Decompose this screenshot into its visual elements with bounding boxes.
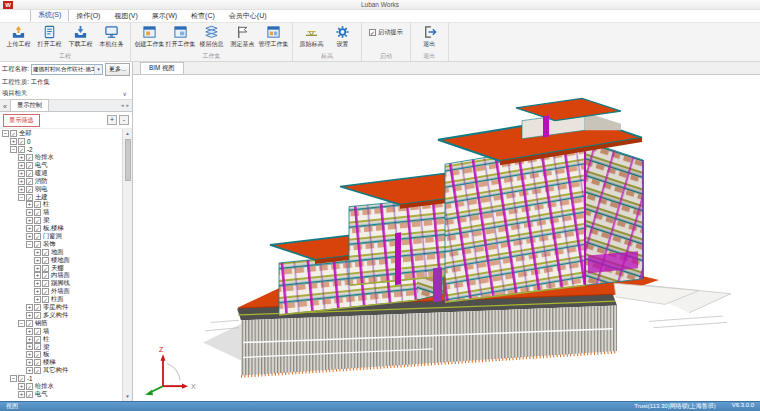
tree-item[interactable]: +✓消防 xyxy=(0,177,122,185)
menu-system[interactable]: 系统(S) xyxy=(30,8,69,22)
tree-item[interactable]: +✓门窗洞 xyxy=(0,233,122,241)
tree-checkbox[interactable]: ✓ xyxy=(26,186,33,193)
project-related-header[interactable]: 项目相关 ∨ xyxy=(0,88,132,99)
tree-item[interactable]: +✓墙 xyxy=(0,327,122,335)
expand-icon[interactable]: + xyxy=(34,257,41,264)
tree-checkbox[interactable]: ✓ xyxy=(42,257,49,264)
collapse-icon[interactable]: − xyxy=(18,194,25,201)
tree-item[interactable]: +✓多义构件 xyxy=(0,311,122,319)
tree-checkbox[interactable]: ✓ xyxy=(34,233,41,240)
expand-icon[interactable]: + xyxy=(34,288,41,295)
display-filter-button[interactable]: 显示筛选 xyxy=(3,114,40,127)
more-button[interactable]: 更多... xyxy=(105,63,130,76)
expand-icon[interactable]: + xyxy=(26,351,33,358)
tree-item[interactable]: +✓给排水 xyxy=(0,383,122,391)
tab-scroll-left-button[interactable]: ◄ xyxy=(120,103,124,109)
tree-checkbox[interactable]: ✓ xyxy=(34,351,41,358)
tab-bim-view[interactable]: BIM 视图 xyxy=(140,62,184,74)
expand-icon[interactable]: + xyxy=(18,178,25,185)
expand-icon[interactable]: + xyxy=(34,265,41,272)
tree-checkbox[interactable]: ✓ xyxy=(34,367,41,374)
menu-view[interactable]: 视图(V) xyxy=(107,10,144,22)
settings-button[interactable]: 设置 xyxy=(327,24,358,49)
tree-checkbox[interactable]: ✓ xyxy=(34,241,41,248)
menu-operation[interactable]: 操作(O) xyxy=(69,10,107,22)
collapse-icon[interactable]: − xyxy=(18,320,25,327)
exit-button[interactable]: 退出 xyxy=(414,24,445,49)
tree-checkbox[interactable]: ✓ xyxy=(34,359,41,366)
tree-item[interactable]: +✓墙 xyxy=(0,209,122,217)
tree-checkbox[interactable]: ✓ xyxy=(34,304,41,311)
floor-info-button[interactable]: 楼层信息 xyxy=(196,24,227,49)
tree-checkbox[interactable]: ✓ xyxy=(26,154,33,161)
tree-checkbox[interactable]: ✓ xyxy=(34,201,41,208)
download-project-button[interactable]: 下载工程 xyxy=(65,24,96,49)
scroll-up-button[interactable]: ▲ xyxy=(123,129,132,138)
expand-icon[interactable]: + xyxy=(26,304,33,311)
tree-checkbox[interactable]: ✓ xyxy=(26,383,33,390)
expand-icon[interactable]: + xyxy=(18,162,25,169)
expand-icon[interactable]: + xyxy=(26,209,33,216)
tree-checkbox[interactable]: ✓ xyxy=(34,217,41,224)
menu-display[interactable]: 展示(W) xyxy=(145,10,184,22)
tree-checkbox[interactable]: ✓ xyxy=(26,320,33,327)
collapse-icon[interactable]: − xyxy=(10,146,17,153)
tree-item[interactable]: +✓弱电 xyxy=(0,185,122,193)
tree-checkbox[interactable]: ✓ xyxy=(34,328,41,335)
tree-item[interactable]: +✓板 xyxy=(0,351,122,359)
expand-icon[interactable]: + xyxy=(18,154,25,161)
tab-scroll-right-button[interactable]: ► xyxy=(126,103,130,109)
tree-checkbox[interactable]: ✓ xyxy=(26,194,33,201)
project-name-combobox[interactable]: 建德村村民合作联社-施工模型 ▾ xyxy=(31,64,103,75)
tree-item[interactable]: +✓其它构件 xyxy=(0,367,122,375)
expand-icon[interactable]: + xyxy=(34,280,41,287)
chevron-down-icon[interactable]: ∨ xyxy=(123,90,130,97)
open-project-button[interactable]: 打开工程 xyxy=(34,24,65,49)
collapse-icon[interactable]: − xyxy=(2,130,9,137)
tree-checkbox[interactable]: ✓ xyxy=(26,170,33,177)
tree-item[interactable]: +✓电气 xyxy=(0,390,122,398)
tree-checkbox[interactable]: ✓ xyxy=(34,225,41,232)
expand-icon[interactable]: + xyxy=(34,296,41,303)
tree-checkbox[interactable]: ✓ xyxy=(10,130,17,137)
tree-item[interactable]: −✓全部 xyxy=(0,130,122,138)
panel-collapse-button[interactable]: « xyxy=(0,103,10,111)
create-workset-button[interactable]: 创建工作集 xyxy=(134,24,165,49)
expand-icon[interactable]: + xyxy=(26,343,33,350)
menu-check[interactable]: 检查(C) xyxy=(184,10,222,22)
tree-checkbox[interactable]: ✓ xyxy=(26,391,33,398)
expand-icon[interactable]: + xyxy=(34,272,41,279)
expand-icon[interactable]: + xyxy=(18,170,25,177)
open-workset-button[interactable]: 打开工作集 xyxy=(165,24,196,49)
tree-item[interactable]: +✓梁 xyxy=(0,343,122,351)
tree-item[interactable]: +✓暖通 xyxy=(0,169,122,177)
expand-icon[interactable]: + xyxy=(26,225,33,232)
expand-icon[interactable]: + xyxy=(26,233,33,240)
tree-item[interactable]: −✓-2 xyxy=(0,146,122,154)
tree-checkbox[interactable]: ✓ xyxy=(18,138,25,145)
upload-project-button[interactable]: 上传工程 xyxy=(3,24,34,49)
tree-checkbox[interactable]: ✓ xyxy=(18,146,25,153)
menu-member-center[interactable]: 会员中心(U) xyxy=(222,10,274,22)
tree-checkbox[interactable]: ✓ xyxy=(42,249,49,256)
expand-icon[interactable]: + xyxy=(34,249,41,256)
tab-display-control[interactable]: 显示控制 xyxy=(10,99,49,111)
tree-checkbox[interactable]: ✓ xyxy=(34,209,41,216)
tree-item[interactable]: +✓0 xyxy=(0,138,122,146)
collapse-icon[interactable]: − xyxy=(26,241,33,248)
original-elevation-button[interactable]: 原始标高 xyxy=(296,24,327,49)
expand-icon[interactable]: + xyxy=(26,201,33,208)
expand-icon[interactable]: + xyxy=(26,312,33,319)
expand-icon[interactable]: + xyxy=(26,336,33,343)
scroll-track[interactable] xyxy=(123,138,132,392)
tree-item[interactable]: +✓柱 xyxy=(0,335,122,343)
tree-item[interactable]: +✓给排水 xyxy=(0,154,122,162)
tree-checkbox[interactable]: ✓ xyxy=(18,375,25,382)
tree-checkbox[interactable]: ✓ xyxy=(34,343,41,350)
tree-checkbox[interactable]: ✓ xyxy=(42,265,49,272)
expand-icon[interactable]: + xyxy=(26,328,33,335)
tree-item[interactable]: −✓-1 xyxy=(0,375,122,383)
bim-canvas[interactable]: Z X xyxy=(133,75,760,401)
chevron-down-icon[interactable]: ▾ xyxy=(94,65,102,74)
tree-checkbox[interactable]: ✓ xyxy=(42,288,49,295)
